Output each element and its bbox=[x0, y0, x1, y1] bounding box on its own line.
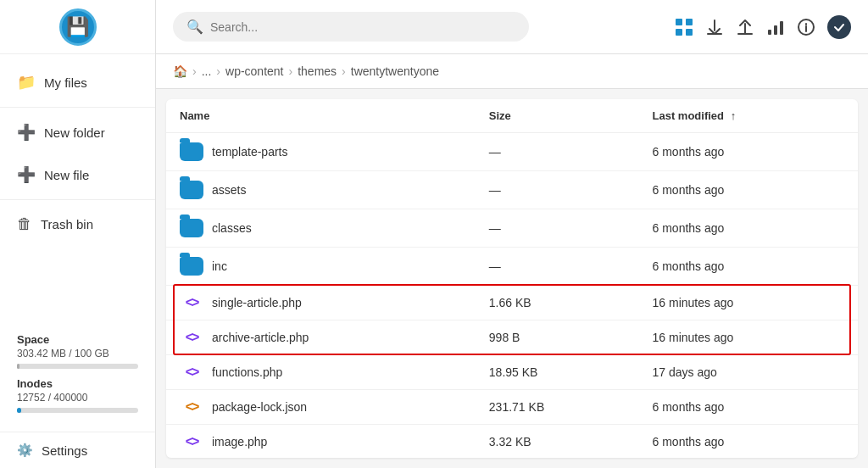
file-size: — bbox=[476, 133, 639, 171]
file-size: — bbox=[476, 171, 639, 209]
file-modified: 6 months ago bbox=[639, 171, 858, 209]
inodes-value: 12752 / 400000 bbox=[17, 392, 138, 404]
new-file-icon: ➕ bbox=[17, 165, 36, 184]
settings-label: Settings bbox=[42, 443, 87, 458]
nav-divider-1 bbox=[0, 107, 155, 108]
breadcrumb-themes[interactable]: themes bbox=[298, 64, 337, 78]
inodes-label: Inodes bbox=[17, 377, 138, 390]
column-name[interactable]: Name bbox=[166, 99, 476, 133]
svg-rect-5 bbox=[774, 25, 777, 35]
file-name-cell: <> package-lock.json bbox=[180, 399, 462, 415]
table-row[interactable]: assets — 6 months ago bbox=[166, 171, 858, 209]
search-box[interactable]: 🔍 bbox=[173, 12, 529, 42]
folder-type-icon bbox=[180, 142, 203, 161]
chart-button[interactable] bbox=[766, 18, 785, 36]
new-folder-label: New folder bbox=[44, 125, 105, 140]
header-actions bbox=[675, 15, 851, 39]
php-type-icon: <> bbox=[180, 295, 203, 310]
status-check-button[interactable] bbox=[827, 15, 851, 39]
php-type-icon: <> bbox=[180, 330, 203, 345]
main-content: 🔍 bbox=[156, 0, 868, 468]
file-modified: 6 months ago bbox=[639, 209, 858, 248]
breadcrumb-sep-0: › bbox=[192, 64, 197, 78]
inodes-progress-fill bbox=[17, 408, 21, 413]
sidebar-item-new-folder[interactable]: ➕ New folder bbox=[0, 111, 155, 153]
new-folder-icon: ➕ bbox=[17, 123, 36, 142]
sidebar-item-settings[interactable]: ⚙️ Settings bbox=[17, 443, 138, 458]
file-name-cell: classes bbox=[180, 219, 462, 237]
json-type-icon: <> bbox=[180, 399, 203, 415]
svg-rect-6 bbox=[780, 21, 783, 35]
table-row[interactable]: inc — 6 months ago bbox=[166, 248, 858, 286]
sort-arrow-icon: ↑ bbox=[731, 109, 737, 122]
file-table-header: Name Size Last modified ↑ bbox=[166, 99, 858, 133]
inodes-progress-bar bbox=[17, 408, 138, 413]
file-area: Name Size Last modified ↑ template-parts… bbox=[166, 99, 858, 458]
sidebar: 💾 📁 My files ➕ New folder ➕ New file 🗑 T… bbox=[0, 0, 156, 468]
grid-view-button[interactable] bbox=[675, 18, 693, 36]
folder-type-icon bbox=[180, 219, 203, 237]
file-table: Name Size Last modified ↑ template-parts… bbox=[166, 99, 858, 458]
logo-area: 💾 bbox=[0, 0, 155, 54]
table-row[interactable]: <> single-article.php 1.66 KB 16 minutes… bbox=[166, 286, 858, 320]
space-label: Space bbox=[17, 333, 138, 346]
file-size: 1.66 KB bbox=[476, 286, 639, 320]
file-name: image.php bbox=[212, 435, 267, 448]
breadcrumb-sep-1: › bbox=[216, 64, 220, 78]
space-progress-bar bbox=[17, 364, 138, 369]
php-type-icon: <> bbox=[180, 365, 203, 380]
svg-rect-1 bbox=[686, 19, 693, 25]
file-name-cell: <> single-article.php bbox=[180, 295, 462, 310]
file-size: — bbox=[476, 248, 639, 286]
file-name: assets bbox=[212, 183, 246, 197]
trash-icon: 🗑 bbox=[17, 215, 32, 233]
file-modified: 6 months ago bbox=[639, 425, 858, 459]
file-name: single-article.php bbox=[212, 296, 302, 309]
table-row[interactable]: <> image.php 3.32 KB 6 months ago bbox=[166, 425, 858, 459]
folder-type-icon bbox=[180, 257, 203, 276]
header: 🔍 bbox=[156, 0, 868, 54]
app-logo: 💾 bbox=[59, 8, 97, 46]
trash-label: Trash bin bbox=[41, 217, 93, 231]
sidebar-bottom: ⚙️ Settings bbox=[0, 432, 155, 468]
breadcrumb: 🏠 › ... › wp-content › themes › twentytw… bbox=[156, 54, 868, 89]
file-modified: 6 months ago bbox=[639, 248, 858, 286]
file-name: inc bbox=[212, 259, 227, 273]
column-size[interactable]: Size bbox=[476, 99, 639, 133]
svg-rect-0 bbox=[676, 19, 682, 25]
table-row[interactable]: <> functions.php 18.95 KB 17 days ago bbox=[166, 355, 858, 390]
table-row[interactable]: <> archive-article.php 998 B 16 minutes … bbox=[166, 320, 858, 355]
table-row[interactable]: <> package-lock.json 231.71 KB 6 months … bbox=[166, 390, 858, 425]
breadcrumb-ellipsis[interactable]: ... bbox=[202, 64, 212, 78]
file-name-cell: template-parts bbox=[180, 142, 462, 161]
file-table-body: template-parts — 6 months ago assets — 6… bbox=[166, 133, 858, 459]
space-value: 303.42 MB / 100 GB bbox=[17, 348, 138, 359]
php-type-icon: <> bbox=[180, 434, 203, 449]
svg-rect-4 bbox=[768, 30, 771, 35]
space-section: Space 303.42 MB / 100 GB Inodes 12752 / … bbox=[0, 323, 155, 432]
sidebar-item-trash[interactable]: 🗑 Trash bin bbox=[0, 203, 155, 245]
file-size: — bbox=[476, 209, 639, 248]
column-modified[interactable]: Last modified ↑ bbox=[639, 99, 858, 133]
table-row[interactable]: classes — 6 months ago bbox=[166, 209, 858, 248]
file-size: 998 B bbox=[476, 320, 639, 355]
file-size: 231.71 KB bbox=[476, 390, 639, 425]
space-progress-fill bbox=[17, 364, 19, 369]
table-row[interactable]: template-parts — 6 months ago bbox=[166, 133, 858, 171]
file-modified: 17 days ago bbox=[639, 355, 858, 390]
upload-button[interactable] bbox=[736, 18, 754, 36]
download-button[interactable] bbox=[705, 18, 724, 36]
file-name-cell: inc bbox=[180, 257, 462, 276]
search-input[interactable] bbox=[210, 20, 515, 34]
file-name-cell: <> functions.php bbox=[180, 365, 462, 380]
sidebar-item-my-files[interactable]: 📁 My files bbox=[0, 61, 155, 103]
breadcrumb-twentytwentyone[interactable]: twentytwentyone bbox=[351, 64, 439, 78]
file-size: 3.32 KB bbox=[476, 425, 639, 459]
file-modified: 6 months ago bbox=[639, 133, 858, 171]
breadcrumb-sep-2: › bbox=[289, 64, 293, 78]
info-button[interactable] bbox=[797, 18, 815, 36]
sidebar-item-new-file[interactable]: ➕ New file bbox=[0, 153, 155, 196]
svg-rect-3 bbox=[686, 29, 693, 36]
breadcrumb-wp-content[interactable]: wp-content bbox=[225, 64, 283, 78]
breadcrumb-home[interactable]: 🏠 bbox=[173, 64, 187, 78]
